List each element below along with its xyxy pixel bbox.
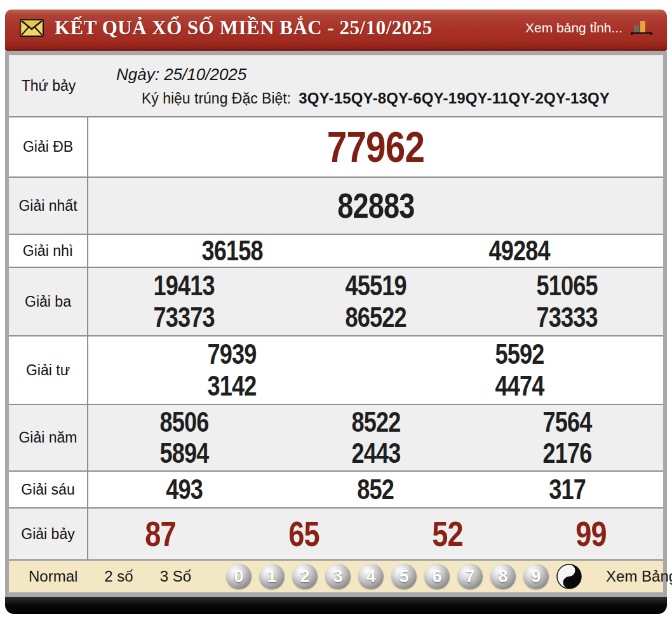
digit-ball-2[interactable]: 2 <box>292 564 318 589</box>
prize-label: Giải năm <box>9 405 88 470</box>
digit-ball-7[interactable]: 7 <box>457 564 483 589</box>
digit-ball-0[interactable]: 0 <box>226 564 252 589</box>
prize-label: Giải tư <box>9 336 88 404</box>
table-row-first-prize: Giải nhất 82883 <box>9 176 663 234</box>
digit-ball-9[interactable]: 9 <box>523 564 549 589</box>
digit-ball-5[interactable]: 5 <box>391 564 417 589</box>
results-table: Thứ bảy Ngày: 25/10/2025 Ký hiệu trúng Đ… <box>9 55 663 592</box>
page-title: KẾT QUẢ XỔ SỐ MIỀN BẮC - 25/10/2025 <box>55 17 433 39</box>
prize-label: Giải ba <box>9 268 88 335</box>
prize-number: 36158 <box>201 237 262 265</box>
loto-toolbar: Normal 2 số 3 Số 0 1 2 3 4 5 6 7 8 9 <box>9 559 663 592</box>
digit-ball-1[interactable]: 1 <box>259 564 285 589</box>
prize-number: 7939 <box>208 340 257 368</box>
yin-yang-icon[interactable] <box>556 564 582 589</box>
prize-label: Giải bảy <box>9 509 88 559</box>
prize-number: 65 <box>288 517 319 552</box>
special-symbols-label: Ký hiệu trúng Đặc Biệt: <box>142 90 291 107</box>
prize-number: 49284 <box>489 237 550 265</box>
prize-number: 5894 <box>159 439 208 467</box>
mode-normal[interactable]: Normal <box>15 568 91 585</box>
prize-label: Giải ĐB <box>9 117 88 176</box>
header-bar: KẾT QUẢ XỔ SỐ MIỀN BẮC - 25/10/2025 Xem … <box>5 10 667 51</box>
prize-number: 19413 <box>154 272 215 300</box>
prize-label: Giải sáu <box>9 472 88 507</box>
prize-label: Giải nhất <box>9 178 88 234</box>
digit-ball-8[interactable]: 8 <box>490 564 516 589</box>
digit-ball-group: 0 1 2 3 4 5 6 7 8 9 <box>226 564 582 589</box>
weekday-label: Thứ bảy <box>9 55 88 116</box>
mode-2-digits[interactable]: 2 số <box>91 568 146 585</box>
bar-chart-icon[interactable] <box>630 19 653 37</box>
draw-date: Ngày: 25/10/2025 <box>116 65 663 84</box>
special-symbols-line: Ký hiệu trúng Đặc Biệt:3QY-15QY-8QY-6QY-… <box>88 90 663 107</box>
footer-bar <box>5 597 667 614</box>
lottery-widget: KẾT QUẢ XỔ SỐ MIỀN BẮC - 25/10/2025 Xem … <box>5 10 667 614</box>
prize-number: 87 <box>145 517 176 552</box>
prize-number: 52 <box>432 517 463 552</box>
prize-number: 5592 <box>495 340 544 368</box>
prize-number: 3142 <box>208 372 257 400</box>
prize-number: 73333 <box>537 303 598 331</box>
special-symbols-codes: 3QY-15QY-8QY-6QY-19QY-11QY-2QY-13QY <box>299 90 610 107</box>
header-right: Xem bảng tỉnh... <box>525 19 653 37</box>
prize-number: 99 <box>576 517 607 552</box>
table-row-third-prize: Giải ba 19413 45519 51065 73373 86522 73… <box>9 267 663 335</box>
prize-number: 82883 <box>337 189 414 223</box>
prize-number: 2443 <box>351 439 400 467</box>
digit-ball-6[interactable]: 6 <box>424 564 450 589</box>
mode-3-digits[interactable]: 3 Số <box>147 568 205 585</box>
view-loto-board-link[interactable]: Xem Bảng Loto <box>606 568 672 585</box>
prize-number: 77962 <box>327 125 424 169</box>
prize-number: 2176 <box>543 439 592 467</box>
envelope-icon <box>19 18 44 37</box>
table-row-second-prize: Giải nhì 36158 49284 <box>9 234 663 267</box>
digit-ball-4[interactable]: 4 <box>358 564 384 589</box>
prize-number: 4474 <box>495 372 544 400</box>
table-row-special-prize: Giải ĐB 77962 <box>9 116 663 176</box>
prize-number: 73373 <box>154 303 215 331</box>
table-row-sixth-prize: Giải sáu 493 852 317 <box>9 470 663 507</box>
prize-number: 8522 <box>351 408 400 436</box>
table-row-info: Thứ bảy Ngày: 25/10/2025 Ký hiệu trúng Đ… <box>9 55 663 116</box>
digit-ball-3[interactable]: 3 <box>325 564 351 589</box>
prize-label: Giải nhì <box>9 235 88 267</box>
prize-number: 317 <box>549 476 586 503</box>
prize-number: 7564 <box>543 408 592 436</box>
table-row-seventh-prize: Giải bảy 87 65 52 99 <box>9 507 663 559</box>
prize-number: 8506 <box>159 408 208 436</box>
prize-number: 493 <box>166 476 203 503</box>
prize-number: 852 <box>358 476 394 503</box>
province-table-link[interactable]: Xem bảng tỉnh... <box>525 20 622 36</box>
prize-number: 86522 <box>345 303 406 331</box>
draw-info: Ngày: 25/10/2025 Ký hiệu trúng Đặc Biệt:… <box>88 55 663 116</box>
results-table-frame: Thứ bảy Ngày: 25/10/2025 Ký hiệu trúng Đ… <box>5 51 667 597</box>
prize-number: 45519 <box>345 272 406 300</box>
table-row-fourth-prize: Giải tư 7939 5592 3142 4474 <box>9 335 663 404</box>
prize-number: 51065 <box>537 272 598 300</box>
table-row-fifth-prize: Giải năm 8506 8522 7564 5894 2443 2176 <box>9 404 663 470</box>
